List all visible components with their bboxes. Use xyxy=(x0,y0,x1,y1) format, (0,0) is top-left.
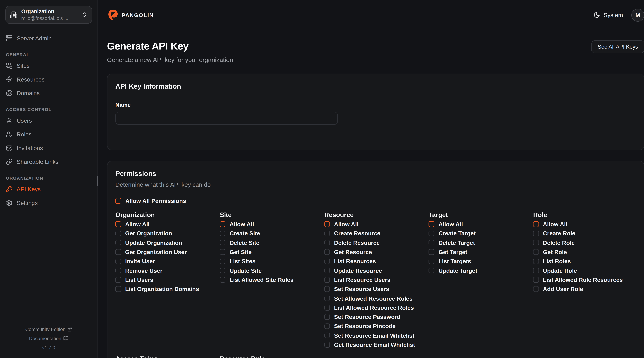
checkbox-label[interactable]: Set Resource Email Whitelist xyxy=(334,332,414,339)
org-selector[interactable]: Organization milo@fossorial.io's ... xyxy=(6,6,92,24)
checkbox-role-list-roles[interactable] xyxy=(533,258,539,264)
checkbox-label[interactable]: Allow All xyxy=(230,221,254,227)
checkbox-label[interactable]: List Resources xyxy=(334,258,376,265)
see-all-api-keys-button[interactable]: See All API Keys xyxy=(592,40,644,53)
sidebar-item-sites[interactable]: Sites xyxy=(0,59,98,72)
checkbox-label[interactable]: Get Role xyxy=(543,249,567,255)
checkbox-label[interactable]: Delete Resource xyxy=(334,239,380,246)
checkbox-target-get-target[interactable] xyxy=(429,249,434,255)
checkbox-target-allow-all[interactable] xyxy=(429,221,434,227)
checkbox-label[interactable]: List Resource Users xyxy=(334,276,390,283)
checkbox-label[interactable]: Remove User xyxy=(125,267,162,274)
checkbox-resource-list-resource-users[interactable] xyxy=(324,277,330,283)
checkbox-site-create-site[interactable] xyxy=(220,231,226,236)
checkbox-label[interactable]: List Allowed Resource Roles xyxy=(334,304,414,311)
checkbox-label[interactable]: Get Organization User xyxy=(125,249,187,255)
checkbox-label[interactable]: Get Organization xyxy=(125,230,172,237)
sidebar-item-roles[interactable]: Roles xyxy=(0,127,98,141)
sidebar-item-resources[interactable]: Resources xyxy=(0,72,98,86)
sidebar-item-settings[interactable]: Settings xyxy=(0,196,98,210)
checkbox-label[interactable]: List Targets xyxy=(438,258,471,265)
theme-toggle[interactable]: System xyxy=(594,12,623,18)
checkbox-organization-allow-all[interactable] xyxy=(116,221,121,227)
checkbox-organization-get-organization[interactable] xyxy=(116,231,121,236)
checkbox-organization-invite-user[interactable] xyxy=(116,258,121,264)
sidebar-item-shareable-links[interactable]: Shareable Links xyxy=(0,155,98,169)
checkbox-label[interactable]: Delete Target xyxy=(438,239,475,246)
checkbox-label[interactable]: List Organization Domains xyxy=(125,286,199,292)
checkbox-target-delete-target[interactable] xyxy=(429,240,434,246)
community-edition-link[interactable]: Community Edition xyxy=(0,325,98,334)
checkbox-site-update-site[interactable] xyxy=(220,268,226,273)
checkbox-label[interactable]: Allow All xyxy=(438,221,463,227)
checkbox-resource-list-allowed-resource-roles[interactable] xyxy=(324,305,330,310)
checkbox-label[interactable]: Create Target xyxy=(438,230,476,237)
checkbox-label[interactable]: Invite User xyxy=(125,258,155,265)
checkbox-label[interactable]: Create Role xyxy=(543,230,575,237)
sidebar-item-domains[interactable]: Domains xyxy=(0,86,98,100)
checkbox-label[interactable]: Update Target xyxy=(438,267,477,274)
checkbox-label[interactable]: List Allowed Role Resources xyxy=(543,276,623,283)
checkbox-label[interactable]: Delete Role xyxy=(543,239,575,246)
checkbox-label[interactable]: Set Resource Password xyxy=(334,314,400,320)
sidebar-item-server-admin[interactable]: Server Admin xyxy=(0,31,98,45)
checkbox-target-list-targets[interactable] xyxy=(429,258,434,264)
checkbox-label[interactable]: Delete Site xyxy=(230,239,260,246)
name-input[interactable] xyxy=(116,112,338,125)
checkbox-role-add-user-role[interactable] xyxy=(533,286,539,292)
checkbox-resource-list-resources[interactable] xyxy=(324,258,330,264)
sidebar-item-api-keys[interactable]: API Keys xyxy=(0,182,98,196)
checkbox-resource-set-allowed-resource-roles[interactable] xyxy=(324,296,330,301)
checkbox-resource-set-resource-email-whitelist[interactable] xyxy=(324,333,330,338)
checkbox-resource-create-resource[interactable] xyxy=(324,231,330,236)
checkbox-site-get-site[interactable] xyxy=(220,249,226,255)
checkbox-site-list-allowed-site-roles[interactable] xyxy=(220,277,226,283)
checkbox-role-get-role[interactable] xyxy=(533,249,539,255)
checkbox-label[interactable]: Get Target xyxy=(438,249,467,255)
checkbox-label[interactable]: List Roles xyxy=(543,258,571,265)
checkbox-target-update-target[interactable] xyxy=(429,268,434,273)
checkbox-label[interactable]: Allow All xyxy=(334,221,358,227)
checkbox-resource-set-resource-users[interactable] xyxy=(324,286,330,292)
checkbox-role-list-allowed-role-resources[interactable] xyxy=(533,277,539,283)
checkbox-resource-get-resource-email-whitelist[interactable] xyxy=(324,342,330,348)
checkbox-label[interactable]: Set Resource Users xyxy=(334,286,389,292)
checkbox-label[interactable]: List Allowed Site Roles xyxy=(230,276,294,283)
sidebar-item-users[interactable]: Users xyxy=(0,114,98,127)
checkbox-organization-get-organization-user[interactable] xyxy=(116,249,121,255)
checkbox-resource-get-resource[interactable] xyxy=(324,249,330,255)
checkbox-label[interactable]: Get Resource Email Whitelist xyxy=(334,342,415,348)
sidebar-scrollbar-thumb[interactable] xyxy=(97,176,98,186)
allow-all-permissions-label[interactable]: Allow All Permissions xyxy=(125,197,186,204)
checkbox-site-delete-site[interactable] xyxy=(220,240,226,246)
sidebar-item-invitations[interactable]: Invitations xyxy=(0,141,98,155)
checkbox-label[interactable]: Create Site xyxy=(230,230,260,237)
checkbox-role-create-role[interactable] xyxy=(533,231,539,236)
checkbox-label[interactable]: Set Allowed Resource Roles xyxy=(334,295,413,302)
brand-logo[interactable]: PANGOLIN xyxy=(107,9,154,21)
checkbox-site-list-sites[interactable] xyxy=(220,258,226,264)
checkbox-label[interactable]: Set Resource Pincode xyxy=(334,323,396,330)
allow-all-permissions-checkbox[interactable] xyxy=(116,198,121,204)
checkbox-label[interactable]: List Users xyxy=(125,276,154,283)
checkbox-resource-delete-resource[interactable] xyxy=(324,240,330,246)
checkbox-label[interactable]: Update Organization xyxy=(125,239,182,246)
checkbox-resource-allow-all[interactable] xyxy=(324,221,330,227)
checkbox-site-allow-all[interactable] xyxy=(220,221,226,227)
checkbox-label[interactable]: Get Site xyxy=(230,249,252,255)
checkbox-organization-remove-user[interactable] xyxy=(116,268,121,273)
avatar[interactable]: M xyxy=(632,8,644,21)
checkbox-label[interactable]: Add User Role xyxy=(543,286,583,292)
checkbox-role-update-role[interactable] xyxy=(533,268,539,273)
checkbox-target-create-target[interactable] xyxy=(429,231,434,236)
checkbox-role-allow-all[interactable] xyxy=(533,221,539,227)
checkbox-label[interactable]: Update Site xyxy=(230,267,262,274)
documentation-link[interactable]: Documentation xyxy=(0,334,98,343)
checkbox-label[interactable]: Get Resource xyxy=(334,249,372,255)
checkbox-resource-update-resource[interactable] xyxy=(324,268,330,273)
checkbox-resource-set-resource-password[interactable] xyxy=(324,314,330,320)
checkbox-label[interactable]: Allow All xyxy=(125,221,150,227)
checkbox-label[interactable]: Update Role xyxy=(543,267,577,274)
checkbox-role-delete-role[interactable] xyxy=(533,240,539,246)
checkbox-label[interactable]: Create Resource xyxy=(334,230,380,237)
